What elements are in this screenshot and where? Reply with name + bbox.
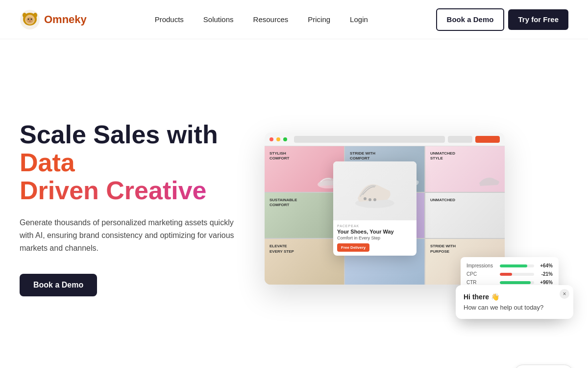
svg-point-13: [373, 198, 376, 201]
stat-bar-wrap-impressions: [500, 264, 534, 267]
cell-text-4: SustainableComfort: [270, 198, 297, 208]
stat-row-impressions: Impressions +64%: [466, 263, 553, 268]
stat-value-impressions: +64%: [538, 263, 553, 268]
nav-try-free-button[interactable]: Try for Free: [508, 9, 568, 30]
chat-greeting: Hi there 👋: [464, 293, 565, 301]
stat-bar-wrap-ctr: [500, 281, 534, 284]
floating-ad-shoe: [350, 171, 399, 210]
stat-label-cpc: CPC: [466, 271, 496, 277]
floating-ad-sub: Comfort in Every Step: [337, 236, 413, 240]
mockup-cell-7: ElevateEvery Step: [265, 239, 344, 285]
nav-resources[interactable]: Resources: [253, 15, 289, 24]
chat-close-button[interactable]: ×: [560, 289, 569, 299]
floating-ad-cta[interactable]: Free Delivery: [337, 243, 369, 252]
nav-products[interactable]: Products: [155, 15, 184, 24]
heading-gradient: Driven Creative: [20, 176, 207, 205]
stat-value-ctr: +96%: [538, 280, 553, 285]
stat-value-cpc: -21%: [538, 271, 553, 277]
svg-point-12: [368, 198, 371, 201]
mockup-cell-3: UnmatchedStyle: [425, 146, 505, 192]
nav-login[interactable]: Login: [350, 15, 368, 24]
heading-main: Scale Sales with: [20, 120, 218, 149]
chat-question: How can we help out today?: [464, 304, 565, 311]
mockup-cell-6: Unmatched: [425, 193, 505, 238]
svg-point-7: [23, 13, 26, 18]
logo[interactable]: Omneky: [20, 9, 87, 30]
hero-heading: Scale Sales with Data Driven Creative: [20, 121, 235, 205]
svg-point-3: [26, 17, 33, 23]
stat-bar-impressions: [500, 264, 527, 267]
hero-content: Scale Sales with Data Driven Creative Ge…: [20, 121, 235, 296]
hero-demo-button[interactable]: Book a Demo: [20, 274, 97, 296]
hero-description: Generate thousands of personalized marke…: [20, 216, 235, 254]
nav-actions: Book a Demo Try for Free: [436, 8, 568, 31]
cell-text-2: Stride WithComfort: [350, 151, 375, 161]
svg-point-6: [29, 20, 31, 21]
floating-ad-image: [333, 161, 416, 220]
heading-highlight: Data: [20, 148, 75, 177]
svg-point-11: [364, 197, 367, 200]
cell-text-7: ElevateEvery Step: [270, 244, 294, 254]
mockup-cell-4: SustainableComfort: [265, 193, 344, 238]
navbar: Omneky Products Solutions Resources Pric…: [0, 0, 588, 39]
cell-text-3: UnmatchedStyle: [430, 151, 455, 161]
nav-solutions[interactable]: Solutions: [203, 15, 234, 24]
floating-ad-title: Your Shoes, Your Way: [337, 229, 413, 235]
nav-pricing[interactable]: Pricing: [308, 15, 330, 24]
chat-cta-button[interactable]: Book a Demo: [514, 365, 573, 368]
stat-bar-ctr: [500, 281, 531, 284]
nav-book-demo-button[interactable]: Book a Demo: [436, 8, 505, 31]
nav-links: Products Solutions Resources Pricing Log…: [155, 15, 368, 24]
floating-ad-brand: Pacepeak: [337, 224, 413, 228]
cell-text-9: Stride WithPurpose: [430, 244, 456, 254]
stat-label-impressions: Impressions: [466, 263, 496, 268]
svg-point-4: [28, 18, 29, 20]
floating-ad-card: Pacepeak Your Shoes, Your Way Comfort in…: [333, 161, 416, 256]
mockup-cell-1: StylishComfort: [265, 146, 344, 192]
logo-icon: [20, 9, 40, 30]
cell-text-6: Unmatched: [430, 198, 455, 203]
floating-ad-content: Pacepeak Your Shoes, Your Way Comfort in…: [333, 220, 416, 256]
stat-label-ctr: CTR: [466, 280, 496, 285]
stat-bar-cpc: [500, 273, 512, 276]
logo-text: Omneky: [44, 13, 87, 26]
shoe-icon-3: [475, 172, 502, 189]
stat-row-ctr: CTR +96%: [466, 280, 553, 285]
chat-bubble: × Hi there 👋 How can we help out today?: [456, 285, 573, 319]
svg-point-8: [33, 13, 37, 18]
cell-text-1: StylishComfort: [270, 151, 289, 161]
stat-row-cpc: CPC -21%: [466, 271, 553, 277]
svg-point-5: [31, 18, 32, 20]
stat-bar-wrap-cpc: [500, 273, 534, 276]
